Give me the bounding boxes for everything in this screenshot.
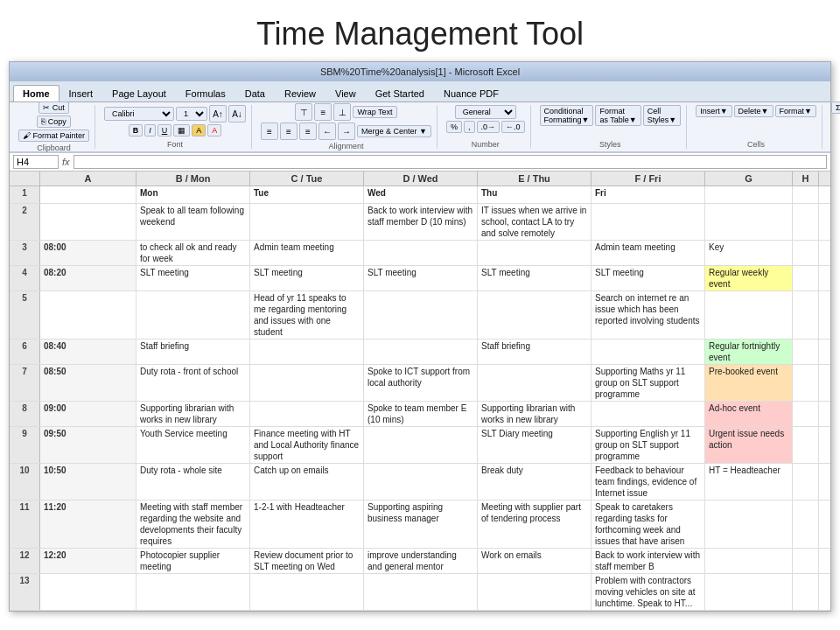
cell-b13[interactable] [136, 574, 250, 610]
cell-c7[interactable] [250, 365, 364, 401]
cell-c10[interactable]: Catch up on emails [250, 464, 364, 500]
cell-b9[interactable]: Youth Service meeting [136, 427, 250, 463]
col-header-g[interactable]: G [705, 172, 793, 186]
font-color-button[interactable]: A [207, 124, 221, 136]
decrease-decimal-button[interactable]: ←.0 [501, 121, 525, 133]
cell-b6[interactable]: Staff briefing [136, 340, 250, 364]
cell-g3[interactable]: Key [705, 241, 793, 265]
cell-d1[interactable]: Wed [364, 186, 478, 203]
cell-d12[interactable]: improve understanding and general mentor [364, 549, 478, 573]
font-grow-button[interactable]: A↑ [209, 105, 227, 122]
cell-styles-button[interactable]: CellStyles▼ [643, 105, 681, 126]
font-size-select[interactable]: 11 [176, 107, 207, 121]
font-shrink-button[interactable]: A↓ [228, 105, 246, 122]
tab-review[interactable]: Review [275, 85, 326, 102]
tab-data[interactable]: Data [235, 85, 275, 102]
cell-d9[interactable] [364, 427, 478, 463]
cell-b12[interactable]: Photocopier supplier meeting [136, 549, 250, 573]
col-header-a[interactable]: A [40, 172, 136, 186]
tab-get-started[interactable]: Get Started [366, 85, 434, 102]
cell-c2[interactable] [250, 204, 364, 240]
cell-d7[interactable]: Spoke to ICT support from local authorit… [364, 365, 478, 401]
cell-a9[interactable]: 09:50 [40, 427, 136, 463]
cell-h7[interactable] [793, 365, 819, 401]
tab-nuance-pdf[interactable]: Nuance PDF [434, 85, 508, 102]
cell-g6[interactable]: Regular fortnightly event [705, 340, 793, 364]
cell-h8[interactable] [793, 402, 819, 426]
cell-e4[interactable]: SLT meeting [478, 266, 592, 290]
cell-f6[interactable] [592, 340, 705, 364]
merge-center-button[interactable]: Merge & Center ▼ [357, 125, 431, 137]
cell-a2[interactable] [40, 204, 136, 240]
autosum-button[interactable]: Σ AutoSum▼ [831, 102, 840, 114]
cell-f9[interactable]: Supporting English yr 11 group on SLT su… [592, 427, 705, 463]
format-button[interactable]: Format▼ [775, 105, 816, 117]
cell-h1[interactable] [793, 186, 819, 203]
cell-h11[interactable] [793, 500, 819, 548]
cell-g2[interactable] [705, 204, 793, 240]
col-header-h[interactable]: H [793, 172, 819, 186]
cell-h9[interactable] [793, 427, 819, 463]
cell-c1[interactable]: Tue [250, 186, 364, 203]
cell-a7[interactable]: 08:50 [40, 365, 136, 401]
cell-f2[interactable] [592, 204, 705, 240]
cell-f1[interactable]: Fri [592, 186, 705, 203]
cell-b1[interactable]: Mon [136, 186, 250, 203]
cell-c8[interactable] [250, 402, 364, 426]
cell-g1[interactable] [705, 186, 793, 203]
wrap-text-button[interactable]: Wrap Text [353, 106, 396, 118]
cell-h2[interactable] [793, 204, 819, 240]
cell-h12[interactable] [793, 549, 819, 573]
align-middle-button[interactable]: ≡ [314, 103, 332, 121]
comma-button[interactable]: , [464, 121, 475, 133]
cell-e13[interactable] [478, 574, 592, 610]
increase-decimal-button[interactable]: .0→ [477, 121, 500, 133]
cell-h3[interactable] [793, 241, 819, 265]
cell-b10[interactable]: Duty rota - whole site [136, 464, 250, 500]
format-as-table-button[interactable]: Formatas Table▼ [595, 105, 640, 126]
cell-c11[interactable]: 1-2-1 with Headteacher [250, 500, 364, 548]
bold-button[interactable]: B [129, 124, 144, 136]
cell-c9[interactable]: Finance meeting with HT and Local Author… [250, 427, 364, 463]
cell-e2[interactable]: IT issues when we arrive in school, cont… [478, 204, 592, 240]
cell-h10[interactable] [793, 464, 819, 500]
cell-f4[interactable]: SLT meeting [592, 266, 705, 290]
cell-e8[interactable]: Supporting librarian with works in new l… [478, 402, 592, 426]
cell-g4[interactable]: Regular weekly event [705, 266, 793, 290]
delete-button[interactable]: Delete▼ [734, 105, 774, 117]
col-header-b[interactable]: B / Mon [136, 172, 250, 186]
cell-h13[interactable] [793, 574, 819, 610]
cell-f12[interactable]: Back to work interview with staff member… [592, 549, 705, 573]
align-left-button[interactable]: ≡ [261, 122, 278, 140]
cut-button[interactable]: ✂ Cut [38, 102, 69, 114]
align-bottom-button[interactable]: ⊥ [333, 103, 351, 121]
conditional-formatting-button[interactable]: ConditionalFormatting▼ [540, 105, 594, 126]
cell-c6[interactable] [250, 340, 364, 364]
cell-e12[interactable]: Work on emails [478, 549, 592, 573]
cell-d8[interactable]: Spoke to team member E (10 mins) [364, 402, 478, 426]
cell-d4[interactable]: SLT meeting [364, 266, 478, 290]
cell-f13[interactable]: Problem with contractors moving vehicles… [592, 574, 705, 610]
tab-page-layout[interactable]: Page Layout [102, 85, 176, 102]
cell-a13[interactable] [40, 574, 136, 610]
cell-g7[interactable]: Pre-booked event [705, 365, 793, 401]
align-right-button[interactable]: ≡ [299, 122, 317, 140]
cell-c4[interactable]: SLT meeting [250, 266, 364, 290]
col-header-e[interactable]: E / Thu [478, 172, 592, 186]
cell-a4[interactable]: 08:20 [40, 266, 136, 290]
cell-h6[interactable] [793, 340, 819, 364]
cell-e11[interactable]: Meeting with supplier part of tendering … [478, 500, 592, 548]
cell-d11[interactable]: Supporting aspiring business manager [364, 500, 478, 548]
cell-e7[interactable] [478, 365, 592, 401]
cell-e6[interactable]: Staff briefing [478, 340, 592, 364]
copy-button[interactable]: ⎘ Copy [37, 116, 71, 128]
cell-a3[interactable]: 08:00 [40, 241, 136, 265]
cell-d3[interactable] [364, 241, 478, 265]
cell-d6[interactable] [364, 340, 478, 364]
decrease-indent-button[interactable]: ← [318, 122, 336, 140]
font-family-select[interactable]: Calibri [104, 107, 174, 121]
underline-button[interactable]: U [158, 124, 172, 136]
cell-d5[interactable] [364, 291, 478, 339]
cell-f11[interactable]: Speak to caretakers regarding tasks for … [592, 500, 705, 548]
cell-b7[interactable]: Duty rota - front of school [136, 365, 250, 401]
